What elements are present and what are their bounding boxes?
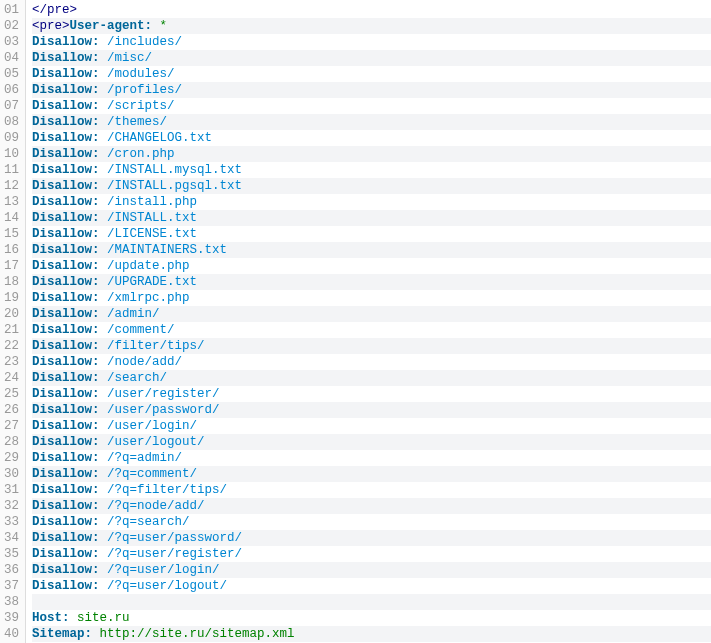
code-token: /user/login/ <box>107 419 197 433</box>
code-token <box>100 131 108 145</box>
code-token: Disallow: <box>32 323 100 337</box>
code-token: Disallow: <box>32 163 100 177</box>
line-number: 06 <box>4 82 19 98</box>
code-line: Disallow: /?q=node/add/ <box>32 498 711 514</box>
code-line: Disallow: /?q=filter/tips/ <box>32 482 711 498</box>
code-token <box>100 83 108 97</box>
code-token: Disallow: <box>32 115 100 129</box>
code-line: Disallow: /themes/ <box>32 114 711 130</box>
code-token <box>100 467 108 481</box>
line-number: 32 <box>4 498 19 514</box>
code-line: Disallow: /?q=search/ <box>32 514 711 530</box>
code-line: Disallow: /user/login/ <box>32 418 711 434</box>
code-token: Disallow: <box>32 339 100 353</box>
code-token <box>100 387 108 401</box>
code-token: Disallow: <box>32 147 100 161</box>
code-token: Disallow: <box>32 227 100 241</box>
code-token: Disallow: <box>32 419 100 433</box>
code-token: /?q=comment/ <box>107 467 197 481</box>
line-number: 27 <box>4 418 19 434</box>
line-number: 37 <box>4 578 19 594</box>
line-number: 34 <box>4 530 19 546</box>
line-number: 05 <box>4 66 19 82</box>
code-token <box>100 99 108 113</box>
code-token: site.ru <box>77 611 130 625</box>
code-token: Disallow: <box>32 515 100 529</box>
code-token <box>100 563 108 577</box>
line-number: 39 <box>4 610 19 626</box>
code-token <box>100 531 108 545</box>
code-token <box>100 147 108 161</box>
code-token: Disallow: <box>32 291 100 305</box>
code-token: /?q=search/ <box>107 515 190 529</box>
code-token <box>100 227 108 241</box>
code-token: /includes/ <box>107 35 182 49</box>
line-number: 31 <box>4 482 19 498</box>
code-token: /user/register/ <box>107 387 220 401</box>
code-token: /modules/ <box>107 67 175 81</box>
code-line: Disallow: /?q=user/register/ <box>32 546 711 562</box>
code-token: Disallow: <box>32 499 100 513</box>
code-token: * <box>160 19 168 33</box>
line-number: 22 <box>4 338 19 354</box>
code-line: Disallow: /?q=comment/ <box>32 466 711 482</box>
line-number: 25 <box>4 386 19 402</box>
line-number: 33 <box>4 514 19 530</box>
code-line: Host: site.ru <box>32 610 711 626</box>
code-token: /?q=user/logout/ <box>107 579 227 593</box>
code-token: /install.php <box>107 195 197 209</box>
code-token: Disallow: <box>32 467 100 481</box>
code-token: /MAINTAINERS.txt <box>107 243 227 257</box>
code-token <box>100 419 108 433</box>
code-line: Disallow: /install.php <box>32 194 711 210</box>
code-token <box>100 339 108 353</box>
code-line: Disallow: /admin/ <box>32 306 711 322</box>
code-token: Disallow: <box>32 83 100 97</box>
code-token: Disallow: <box>32 195 100 209</box>
code-token: /profiles/ <box>107 83 182 97</box>
line-number: 17 <box>4 258 19 274</box>
line-number: 02 <box>4 18 19 34</box>
code-token: Disallow: <box>32 211 100 225</box>
code-token <box>100 403 108 417</box>
line-number: 13 <box>4 194 19 210</box>
code-token <box>92 627 100 641</box>
code-token: Disallow: <box>32 179 100 193</box>
code-token: /comment/ <box>107 323 175 337</box>
line-number: 04 <box>4 50 19 66</box>
line-number: 08 <box>4 114 19 130</box>
code-token: /node/add/ <box>107 355 182 369</box>
code-token: Disallow: <box>32 563 100 577</box>
code-token: /?q=node/add/ <box>107 499 205 513</box>
code-token: /themes/ <box>107 115 167 129</box>
line-number: 40 <box>4 626 19 642</box>
line-number: 07 <box>4 98 19 114</box>
code-token <box>100 579 108 593</box>
code-token: Disallow: <box>32 531 100 545</box>
code-token <box>100 323 108 337</box>
code-line: Disallow: /scripts/ <box>32 98 711 114</box>
code-block: 0102030405060708091011121314151617181920… <box>0 0 711 643</box>
code-token: Disallow: <box>32 35 100 49</box>
code-token: /xmlrpc.php <box>107 291 190 305</box>
code-line: Disallow: /node/add/ <box>32 354 711 370</box>
code-line: Disallow: /user/password/ <box>32 402 711 418</box>
code-token <box>100 179 108 193</box>
code-line: Disallow: /misc/ <box>32 50 711 66</box>
code-token: Disallow: <box>32 131 100 145</box>
code-token: /?q=user/password/ <box>107 531 242 545</box>
code-token: /?q=admin/ <box>107 451 182 465</box>
line-number: 01 <box>4 2 19 18</box>
line-number: 30 <box>4 466 19 482</box>
code-line: </pre> <box>32 2 711 18</box>
code-token: Disallow: <box>32 275 100 289</box>
code-token: Disallow: <box>32 435 100 449</box>
code-line: Disallow: /cron.php <box>32 146 711 162</box>
code-token <box>100 451 108 465</box>
code-token <box>100 51 108 65</box>
line-number: 38 <box>4 594 19 610</box>
code-line: Disallow: /includes/ <box>32 34 711 50</box>
code-token <box>100 163 108 177</box>
code-token <box>100 307 108 321</box>
line-number: 35 <box>4 546 19 562</box>
